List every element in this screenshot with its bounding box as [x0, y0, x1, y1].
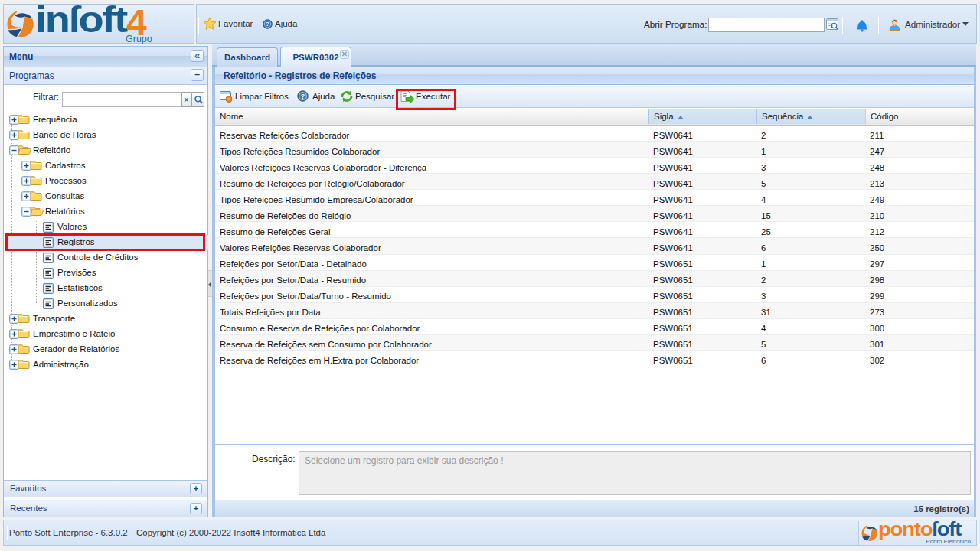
- svg-text:?: ?: [266, 21, 270, 28]
- svg-text:?: ?: [301, 93, 305, 100]
